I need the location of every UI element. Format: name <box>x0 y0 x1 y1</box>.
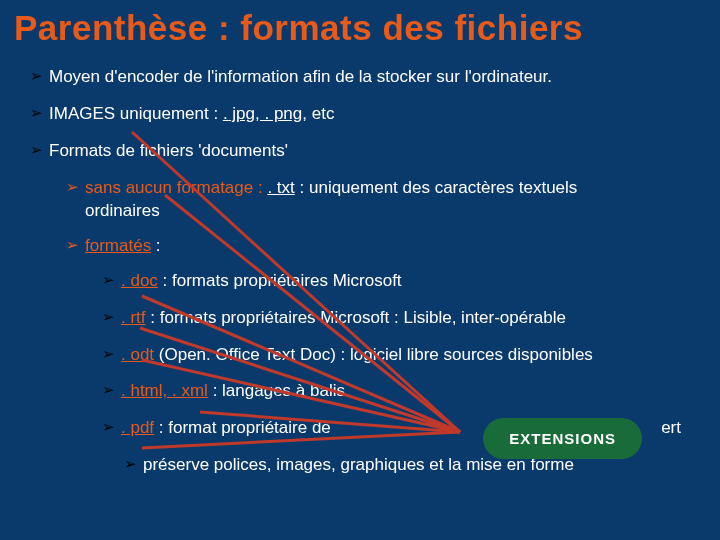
chevron-right-icon: ➢ <box>102 307 115 327</box>
highlight-text: sans aucun formatage : <box>85 178 267 197</box>
ext-label: . odt <box>121 345 154 364</box>
bullet-html: ➢ . html, . xml : langages à balis <box>102 380 706 403</box>
bullet-images: ➢ IMAGES uniquement : . jpg, . png, etc <box>30 103 706 126</box>
bullet-text: sans aucun formatage : . txt : uniquemen… <box>85 177 645 223</box>
extensions-badge: EXTENSIONS <box>483 418 642 459</box>
ext-label: . html, . xml <box>121 381 208 400</box>
label: : langages à balis <box>208 381 345 400</box>
bullet-text: formatés : <box>85 235 161 258</box>
bullet-doc: ➢ . doc : formats propriétaires Microsof… <box>102 270 706 293</box>
bullet-rtf: ➢ . rtf : formats propriétaires Microsof… <box>102 307 706 330</box>
bullet-odt: ➢ . odt (Open. Office Text Doc) : logici… <box>102 344 706 367</box>
chevron-right-icon: ➢ <box>102 417 115 437</box>
bullet-text: IMAGES uniquement : . jpg, . png, etc <box>49 103 334 126</box>
chevron-right-icon: ➢ <box>102 270 115 290</box>
label: etc <box>307 104 334 123</box>
bullet-formates: ➢ formatés : <box>66 235 706 258</box>
bullet-sans-formatage: ➢ sans aucun formatage : . txt : uniquem… <box>66 177 706 223</box>
ext-label: . txt <box>267 178 294 197</box>
bullet-encoder: ➢ Moyen d'encoder de l'information afin … <box>30 66 706 89</box>
ext-label: . doc <box>121 271 158 290</box>
chevron-right-icon: ➢ <box>30 140 43 160</box>
label: : <box>151 236 160 255</box>
bullet-text: Moyen d'encoder de l'information afin de… <box>49 66 552 89</box>
chevron-right-icon: ➢ <box>66 177 79 197</box>
bullet-text: Formats de fichiers 'documents' <box>49 140 288 163</box>
label: IMAGES uniquement : <box>49 104 223 123</box>
slide-title: Parenthèse : formats des fichiers <box>14 8 706 48</box>
bullet-text: . html, . xml : langages à balis <box>121 380 345 403</box>
label-tail: ert <box>661 417 681 440</box>
label: : formats propriétaires Microsoft : Lisi… <box>146 308 566 327</box>
chevron-right-icon: ➢ <box>102 380 115 400</box>
chevron-right-icon: ➢ <box>30 103 43 123</box>
chevron-right-icon: ➢ <box>30 66 43 86</box>
ext-label: . jpg, . png, <box>223 104 307 123</box>
ext-label: . rtf <box>121 308 146 327</box>
label: : format propriétaire de <box>154 418 331 437</box>
bullet-text: . doc : formats propriétaires Microsoft <box>121 270 402 293</box>
ext-label: . pdf <box>121 418 154 437</box>
highlight-text: formatés <box>85 236 151 255</box>
bullet-text: . rtf : formats propriétaires Microsoft … <box>121 307 566 330</box>
chevron-right-icon: ➢ <box>66 235 79 255</box>
bullet-formats-doc: ➢ Formats de fichiers 'documents' <box>30 140 706 163</box>
label: (Open. Office Text Doc) : logiciel libre… <box>154 345 593 364</box>
label: : formats propriétaires Microsoft <box>158 271 402 290</box>
bullet-text: . odt (Open. Office Text Doc) : logiciel… <box>121 344 593 367</box>
chevron-right-icon: ➢ <box>124 454 137 474</box>
chevron-right-icon: ➢ <box>102 344 115 364</box>
